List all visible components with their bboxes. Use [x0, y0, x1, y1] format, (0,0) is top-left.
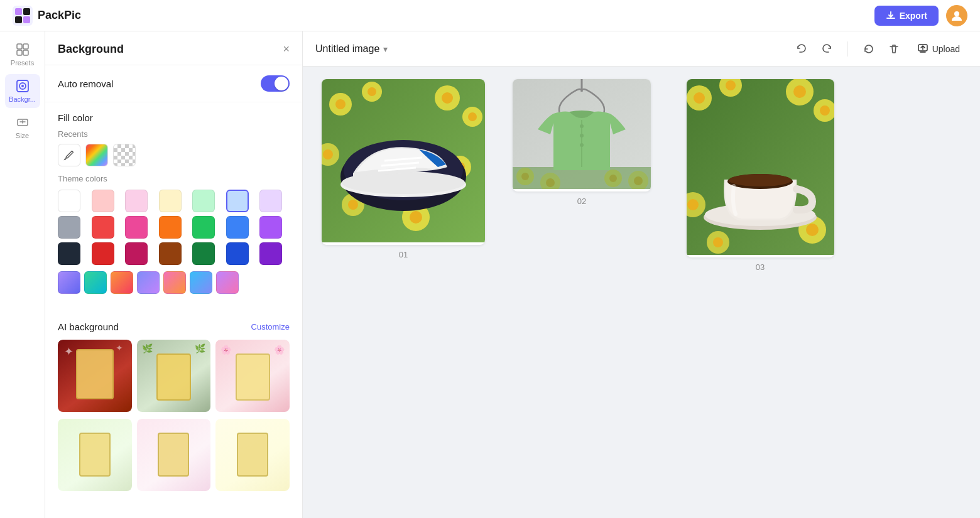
- gradient-swatch-1[interactable]: [58, 271, 80, 294]
- image-frame-02[interactable]: [513, 79, 651, 192]
- trash-icon: [888, 43, 900, 55]
- theme-swatch-4[interactable]: [192, 190, 215, 212]
- theme-swatch-3[interactable]: [159, 190, 182, 212]
- redo-button[interactable]: [817, 40, 836, 58]
- svg-rect-3: [15, 16, 22, 23]
- ai-item-6[interactable]: [215, 419, 290, 493]
- svg-point-64: [687, 199, 699, 210]
- background-icon: [16, 79, 30, 93]
- svg-point-31: [348, 200, 358, 210]
- theme-swatch-11[interactable]: [192, 216, 215, 239]
- theme-swatch-20[interactable]: [259, 242, 282, 265]
- theme-swatch-8[interactable]: [92, 216, 114, 239]
- sidebar-item-presets[interactable]: Presets: [5, 38, 40, 72]
- undo-button[interactable]: [792, 40, 811, 58]
- panel-header: Background ×: [45, 31, 302, 65]
- theme-swatch-15[interactable]: [92, 242, 114, 265]
- image-frame-03[interactable]: [687, 79, 834, 257]
- ai-item-5[interactable]: [137, 419, 211, 493]
- svg-point-29: [410, 211, 422, 224]
- panel-close-button[interactable]: ×: [283, 43, 290, 56]
- theme-swatch-2[interactable]: [125, 190, 148, 212]
- ai-items-grid: ✦ ✦ Christmas Atmosph... 🌿 🌿 Christmas F…: [58, 340, 290, 492]
- svg-point-66: [806, 224, 819, 236]
- user-avatar[interactable]: [946, 5, 967, 26]
- theme-swatch-19[interactable]: [226, 242, 249, 265]
- images-grid: 01: [322, 79, 961, 272]
- canvas-toolbar: Untitled image ▾: [303, 31, 980, 67]
- theme-swatch-16[interactable]: [125, 242, 148, 265]
- eyedropper-icon: [63, 149, 75, 161]
- fill-color-label: Fill color: [58, 112, 290, 123]
- image-item-01: 01: [322, 79, 485, 272]
- svg-point-52: [580, 134, 584, 138]
- customize-link[interactable]: Customize: [251, 322, 290, 332]
- theme-swatch-5[interactable]: [226, 190, 249, 212]
- logo-icon: [13, 6, 33, 26]
- gradient-row: [58, 271, 290, 294]
- auto-removal-toggle[interactable]: [261, 75, 290, 92]
- transparent-swatch[interactable]: [113, 144, 136, 166]
- gradient-swatch-3[interactable]: [111, 271, 133, 294]
- delete-button[interactable]: [885, 40, 903, 58]
- ai-item-label-frame: Christmas Frame: [137, 412, 211, 414]
- svg-rect-7: [23, 44, 28, 49]
- image-02-preview: [513, 79, 651, 189]
- theme-swatch-13[interactable]: [259, 216, 282, 239]
- theme-swatch-12[interactable]: [226, 216, 249, 239]
- document-title[interactable]: Untitled image ▾: [315, 43, 388, 55]
- gradient-swatch-5[interactable]: [163, 271, 186, 294]
- theme-swatch-14[interactable]: [58, 242, 80, 265]
- ai-item-label: Christmas Atmosph...: [58, 412, 132, 414]
- background-panel: Background × Auto removal Fill color Rec…: [45, 31, 303, 518]
- svg-rect-1: [15, 8, 22, 15]
- ai-item-christmas-frame[interactable]: 🌿 🌿 Christmas Frame: [137, 340, 211, 414]
- refresh-button[interactable]: [859, 40, 878, 58]
- ai-item-christmas-atmosphere[interactable]: ✦ ✦ Christmas Atmosph...: [58, 340, 132, 414]
- svg-rect-6: [17, 44, 22, 49]
- theme-swatch-17[interactable]: [159, 242, 182, 265]
- svg-rect-48: [513, 167, 651, 189]
- gradient-swatch-2[interactable]: [84, 271, 107, 294]
- theme-swatch-18[interactable]: [192, 242, 215, 265]
- theme-swatch-1[interactable]: [92, 190, 114, 212]
- svg-rect-4: [23, 16, 30, 23]
- theme-swatch-6[interactable]: [259, 190, 282, 212]
- image-frame-01[interactable]: [322, 79, 485, 245]
- gradient-swatch-7[interactable]: [216, 271, 239, 294]
- svg-point-68: [713, 237, 723, 247]
- upload-icon: [917, 43, 928, 55]
- svg-point-60: [793, 85, 806, 98]
- color-picker-button[interactable]: [58, 144, 80, 166]
- gradient-swatch-4[interactable]: [137, 271, 160, 294]
- redo-icon: [821, 43, 832, 55]
- theme-swatch-10[interactable]: [159, 216, 182, 239]
- ai-item-cherry-blossom[interactable]: 🌸 🌸 Cherry Blossom: [215, 340, 290, 414]
- theme-swatch-0[interactable]: [58, 190, 80, 212]
- theme-colors-label: Theme colors: [58, 174, 290, 183]
- svg-rect-2: [23, 8, 30, 15]
- auto-removal-section: Auto removal: [45, 65, 302, 102]
- gradient-swatch-6[interactable]: [190, 271, 212, 294]
- refresh-icon: [863, 43, 874, 55]
- theme-swatch-7[interactable]: [58, 216, 80, 239]
- size-label: Size: [16, 132, 29, 139]
- sidebar-item-size[interactable]: Size: [5, 111, 40, 144]
- upload-button[interactable]: Upload: [910, 40, 967, 58]
- image-label-02: 02: [577, 197, 586, 206]
- export-button[interactable]: Export: [874, 6, 939, 26]
- gradient-swatch[interactable]: [85, 144, 108, 166]
- ai-item-4[interactable]: [58, 419, 132, 493]
- toggle-knob: [275, 77, 288, 90]
- image-label-01: 01: [399, 250, 408, 259]
- image-item-03: 03: [678, 79, 842, 272]
- image-01-preview: [322, 79, 485, 242]
- image-label-03: 03: [756, 262, 765, 272]
- sidebar-item-background[interactable]: Backgr...: [5, 74, 40, 108]
- svg-point-56: [694, 92, 705, 104]
- svg-point-21: [442, 92, 453, 104]
- undo-icon: [796, 43, 807, 55]
- logo-text: PackPic: [38, 9, 81, 22]
- theme-swatch-9[interactable]: [125, 216, 148, 239]
- avatar-icon: [950, 9, 963, 22]
